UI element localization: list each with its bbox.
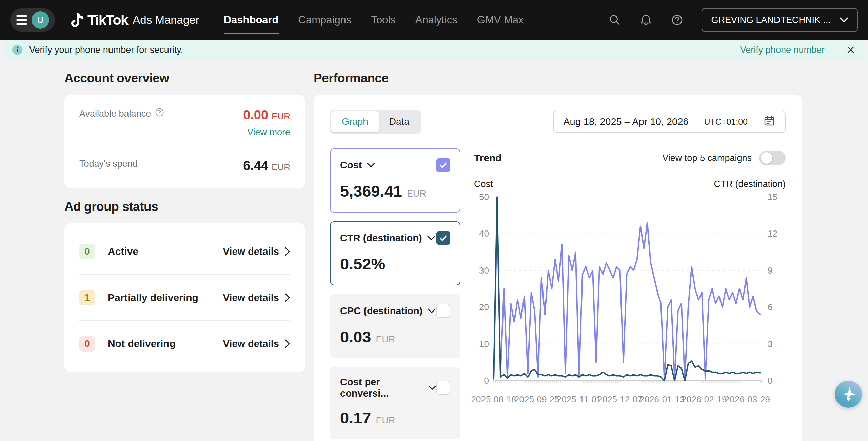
main-content: Account overview Available balance 0.00E…: [0, 60, 868, 441]
account-selector-button[interactable]: GREVING LANDTECHNIK ...: [702, 8, 858, 32]
divider: [79, 148, 290, 148]
svg-text:0: 0: [768, 376, 772, 386]
brand-name: TikTok: [87, 12, 128, 28]
account-name: GREVING LANDTECHNIK ...: [711, 15, 831, 25]
main-menu-pill[interactable]: U: [10, 8, 55, 32]
tab-campaigns[interactable]: Campaigns: [298, 0, 352, 40]
metric-value-ctr: 0.52%: [340, 255, 450, 273]
status-row-not-delivering: 0 Not delivering View details: [79, 321, 290, 366]
sparkle-icon: [840, 385, 857, 403]
date-range-value: Aug 18, 2025 – Apr 10, 2026: [563, 116, 688, 127]
notifications-bell-icon[interactable]: [639, 13, 653, 27]
ad-group-status-title: Ad group status: [64, 200, 305, 214]
metric-checkbox-cost-per-conversion[interactable]: [436, 381, 450, 395]
close-icon[interactable]: [846, 45, 856, 55]
account-overview-card: Available balance 0.00EUR View more Toda…: [64, 95, 305, 188]
performance-column: Performance Graph Data Aug 18, 2025 – Ap…: [314, 71, 802, 441]
available-balance-label: Available balance: [79, 108, 164, 119]
metric-checkbox-cost[interactable]: [436, 158, 450, 172]
status-count-badge: 0: [79, 244, 95, 259]
view-more-link[interactable]: View more: [79, 127, 290, 138]
metric-label-cpc[interactable]: CPC (destination): [340, 305, 436, 317]
metric-label-cost-per-conversion[interactable]: Cost per conversi...: [340, 377, 436, 399]
tab-graph[interactable]: Graph: [331, 111, 379, 132]
tiktok-note-icon: [71, 13, 83, 27]
svg-text:40: 40: [479, 228, 489, 239]
trend-chart-section: Trend View top 5 campaigns Cost CTR (des…: [474, 148, 786, 439]
view-details-active[interactable]: View details: [223, 246, 291, 257]
balance-help-icon[interactable]: [155, 108, 164, 119]
chevron-down-icon: [428, 308, 436, 314]
banner-message: Verify your phone number for security.: [29, 45, 183, 55]
metric-card-cpc[interactable]: CPC (destination) 0.03EUR: [330, 294, 460, 358]
svg-text:50: 50: [479, 192, 489, 202]
x-axis-tick-label: 2026-02-19: [682, 394, 727, 405]
status-row-active: 0 Active View details: [79, 229, 290, 274]
tab-tools[interactable]: Tools: [371, 0, 395, 40]
info-icon: i: [12, 45, 22, 55]
x-axis-tick-label: 2026-03-29: [725, 394, 770, 405]
ai-assistant-button[interactable]: [835, 381, 862, 408]
check-icon: [439, 161, 448, 169]
chevron-right-icon: [284, 247, 290, 256]
trend-line-chart[interactable]: 0010320630940125015: [474, 192, 786, 391]
help-icon[interactable]: [670, 13, 684, 27]
x-axis-tick-label: 2025-12-07: [597, 394, 643, 405]
svg-text:3: 3: [768, 339, 772, 349]
metric-card-cost[interactable]: Cost 5,369.41EUR: [330, 148, 460, 213]
top-navigation-bar: U TikTok Ads Manager Dashboard Campaigns…: [0, 0, 868, 40]
status-label: Active: [108, 246, 138, 257]
metric-checkbox-ctr[interactable]: [436, 231, 450, 245]
x-axis-tick-label: 2025-09-25: [514, 394, 559, 405]
metric-label-ctr[interactable]: CTR (destination): [340, 233, 435, 244]
view-details-not-delivering[interactable]: View details: [223, 338, 291, 349]
chevron-down-icon: [429, 385, 436, 390]
search-icon[interactable]: [608, 13, 622, 27]
view-details-partially-delivering[interactable]: View details: [223, 292, 291, 303]
timezone-value: UTC+01:00: [704, 117, 748, 127]
calendar-icon: [763, 115, 775, 129]
hamburger-menu-icon[interactable]: [16, 15, 27, 25]
svg-text:15: 15: [768, 192, 777, 202]
view-top5-toggle[interactable]: [759, 151, 786, 165]
chevron-down-icon: [427, 236, 435, 241]
phone-verification-banner: i Verify your phone number for security.…: [3, 40, 865, 60]
tab-analytics[interactable]: Analytics: [415, 0, 457, 40]
svg-text:6: 6: [768, 302, 772, 312]
chevron-right-icon: [284, 339, 290, 348]
status-label: Partially delivering: [108, 292, 198, 303]
svg-text:9: 9: [768, 265, 772, 276]
chevron-down-icon: [840, 17, 848, 23]
tiktok-ads-manager-logo[interactable]: TikTok Ads Manager: [71, 12, 199, 28]
performance-title: Performance: [314, 71, 802, 85]
metric-checkbox-cpc[interactable]: [436, 304, 450, 318]
tab-data[interactable]: Data: [379, 111, 420, 132]
trend-title: Trend: [474, 152, 502, 164]
topbar-actions: GREVING LANDTECHNIK ...: [608, 8, 858, 32]
tab-dashboard[interactable]: Dashboard: [224, 0, 279, 40]
x-axis-labels: 2025-08-182025-09-252025-11-012025-12-07…: [474, 392, 786, 406]
ad-group-status-card: 0 Active View details 1 Partially delive…: [64, 223, 305, 372]
metric-card-ctr[interactable]: CTR (destination) 0.52%: [330, 221, 460, 285]
date-range-picker[interactable]: Aug 18, 2025 – Apr 10, 2026 UTC+01:00: [553, 111, 786, 133]
status-count-badge: 0: [79, 336, 95, 352]
svg-text:0: 0: [484, 376, 489, 386]
left-axis-title: Cost: [474, 179, 493, 189]
status-label: Not delivering: [108, 338, 176, 349]
todays-spend-label: Today's spend: [79, 159, 138, 169]
metric-label-cost[interactable]: Cost: [340, 160, 375, 171]
status-row-partially-delivering: 1 Partially delivering View details: [79, 275, 290, 320]
avatar[interactable]: U: [32, 11, 49, 29]
tab-gmv-max[interactable]: GMV Max: [477, 0, 524, 40]
metric-card-cost-per-conversion[interactable]: Cost per conversi... 0.17EUR: [330, 367, 460, 439]
chevron-down-icon: [367, 163, 375, 168]
graph-data-segmented-control: Graph Data: [330, 110, 421, 134]
check-icon: [439, 234, 448, 242]
left-column: Account overview Available balance 0.00E…: [64, 71, 305, 441]
x-axis-tick-label: 2025-08-18: [471, 394, 516, 405]
metric-cards: Cost 5,369.41EUR: [330, 148, 460, 439]
view-top5-label: View top 5 campaigns: [662, 153, 752, 163]
verify-phone-link[interactable]: Verify phone number: [740, 45, 825, 55]
x-axis-tick-label: 2026-01-13: [639, 394, 685, 405]
svg-text:30: 30: [479, 265, 489, 276]
